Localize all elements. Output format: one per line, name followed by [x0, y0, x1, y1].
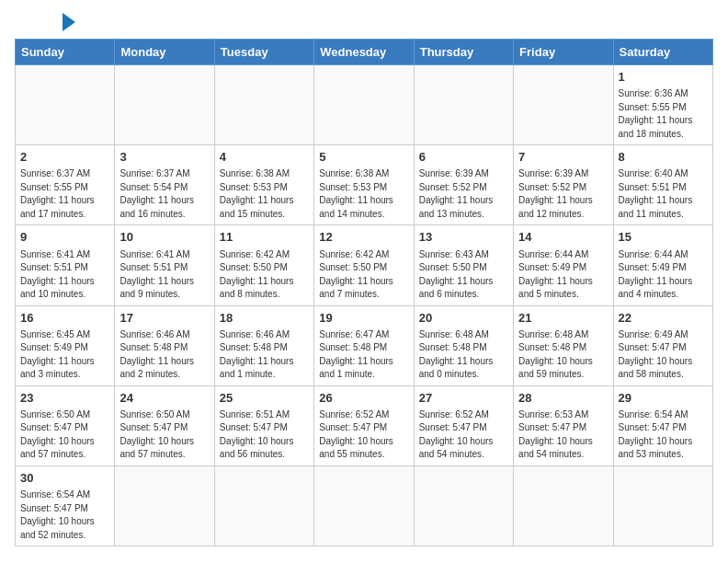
day-info: Sunrise: 6:37 AM Sunset: 5:54 PM Dayligh…	[119, 167, 209, 221]
calendar-cell	[414, 65, 513, 145]
day-number: 27	[419, 390, 508, 407]
calendar-cell: 9Sunrise: 6:41 AM Sunset: 5:51 PM Daylig…	[16, 225, 115, 305]
day-info: Sunrise: 6:52 AM Sunset: 5:47 PM Dayligh…	[419, 408, 508, 462]
column-header-thursday: Thursday	[414, 40, 513, 65]
calendar-cell	[214, 65, 313, 145]
calendar-cell: 8Sunrise: 6:40 AM Sunset: 5:51 PM Daylig…	[613, 145, 712, 225]
day-number: 11	[220, 229, 309, 246]
calendar-cell: 5Sunrise: 6:38 AM Sunset: 5:53 PM Daylig…	[314, 145, 414, 225]
day-number: 23	[20, 390, 109, 407]
calendar-cell: 21Sunrise: 6:48 AM Sunset: 5:48 PM Dayli…	[514, 305, 613, 385]
calendar-cell	[314, 465, 414, 546]
day-number: 1	[619, 69, 708, 86]
calendar-cell	[314, 65, 414, 145]
calendar-cell	[214, 465, 313, 546]
calendar-cell: 24Sunrise: 6:50 AM Sunset: 5:47 PM Dayli…	[115, 385, 214, 465]
day-info: Sunrise: 6:36 AM Sunset: 5:55 PM Dayligh…	[619, 87, 708, 141]
day-number: 10	[119, 229, 209, 246]
day-number: 19	[319, 310, 408, 327]
column-header-saturday: Saturday	[613, 40, 712, 65]
day-info: Sunrise: 6:40 AM Sunset: 5:51 PM Dayligh…	[619, 167, 708, 221]
day-number: 18	[220, 310, 309, 327]
calendar-cell: 12Sunrise: 6:42 AM Sunset: 5:50 PM Dayli…	[314, 225, 414, 305]
calendar-week-2: 9Sunrise: 6:41 AM Sunset: 5:51 PM Daylig…	[16, 225, 713, 305]
day-info: Sunrise: 6:54 AM Sunset: 5:47 PM Dayligh…	[20, 488, 109, 542]
day-info: Sunrise: 6:37 AM Sunset: 5:55 PM Dayligh…	[20, 167, 109, 221]
calendar-cell: 16Sunrise: 6:45 AM Sunset: 5:49 PM Dayli…	[16, 305, 115, 385]
day-info: Sunrise: 6:42 AM Sunset: 5:50 PM Dayligh…	[319, 248, 408, 302]
calendar-cell: 7Sunrise: 6:39 AM Sunset: 5:52 PM Daylig…	[514, 145, 613, 225]
column-header-monday: Monday	[115, 40, 214, 65]
calendar-cell: 19Sunrise: 6:47 AM Sunset: 5:48 PM Dayli…	[314, 305, 414, 385]
calendar-cell	[414, 465, 513, 546]
day-number: 13	[419, 229, 508, 246]
calendar-cell: 22Sunrise: 6:49 AM Sunset: 5:47 PM Dayli…	[613, 305, 712, 385]
calendar-week-3: 16Sunrise: 6:45 AM Sunset: 5:49 PM Dayli…	[16, 305, 713, 385]
calendar-cell: 10Sunrise: 6:41 AM Sunset: 5:51 PM Dayli…	[115, 225, 214, 305]
day-info: Sunrise: 6:39 AM Sunset: 5:52 PM Dayligh…	[518, 167, 608, 221]
day-info: Sunrise: 6:41 AM Sunset: 5:51 PM Dayligh…	[119, 248, 209, 302]
calendar-cell: 28Sunrise: 6:53 AM Sunset: 5:47 PM Dayli…	[514, 385, 613, 465]
day-info: Sunrise: 6:38 AM Sunset: 5:53 PM Dayligh…	[319, 167, 408, 221]
day-info: Sunrise: 6:49 AM Sunset: 5:47 PM Dayligh…	[619, 328, 708, 382]
calendar-cell: 27Sunrise: 6:52 AM Sunset: 5:47 PM Dayli…	[414, 385, 513, 465]
calendar-cell: 15Sunrise: 6:44 AM Sunset: 5:49 PM Dayli…	[613, 225, 712, 305]
day-number: 9	[20, 229, 109, 246]
calendar-week-1: 2Sunrise: 6:37 AM Sunset: 5:55 PM Daylig…	[16, 145, 713, 225]
day-info: Sunrise: 6:38 AM Sunset: 5:53 PM Dayligh…	[220, 167, 309, 221]
logo-area	[15, 15, 75, 31]
day-number: 26	[319, 390, 408, 407]
header	[15, 15, 713, 31]
day-number: 4	[220, 149, 309, 166]
calendar-cell: 30Sunrise: 6:54 AM Sunset: 5:47 PM Dayli…	[16, 465, 115, 546]
calendar-cell: 11Sunrise: 6:42 AM Sunset: 5:50 PM Dayli…	[214, 225, 313, 305]
day-info: Sunrise: 6:43 AM Sunset: 5:50 PM Dayligh…	[419, 248, 508, 302]
day-info: Sunrise: 6:50 AM Sunset: 5:47 PM Dayligh…	[20, 408, 109, 462]
calendar-cell	[514, 465, 613, 546]
calendar-body: 1Sunrise: 6:36 AM Sunset: 5:55 PM Daylig…	[16, 65, 713, 546]
day-number: 21	[518, 310, 608, 327]
calendar-cell: 26Sunrise: 6:52 AM Sunset: 5:47 PM Dayli…	[314, 385, 414, 465]
day-number: 7	[518, 149, 608, 166]
calendar-cell: 18Sunrise: 6:46 AM Sunset: 5:48 PM Dayli…	[214, 305, 313, 385]
day-number: 29	[619, 390, 708, 407]
day-number: 12	[319, 229, 408, 246]
calendar-cell	[514, 65, 613, 145]
day-info: Sunrise: 6:48 AM Sunset: 5:48 PM Dayligh…	[518, 328, 608, 382]
day-info: Sunrise: 6:46 AM Sunset: 5:48 PM Dayligh…	[119, 328, 209, 382]
calendar-cell	[115, 465, 214, 546]
day-info: Sunrise: 6:47 AM Sunset: 5:48 PM Dayligh…	[319, 328, 408, 382]
calendar-header-row: SundayMondayTuesdayWednesdayThursdayFrid…	[16, 40, 713, 65]
calendar-cell: 6Sunrise: 6:39 AM Sunset: 5:52 PM Daylig…	[414, 145, 513, 225]
day-info: Sunrise: 6:42 AM Sunset: 5:50 PM Dayligh…	[220, 248, 309, 302]
calendar-cell	[16, 65, 115, 145]
calendar-cell: 13Sunrise: 6:43 AM Sunset: 5:50 PM Dayli…	[414, 225, 513, 305]
day-number: 5	[319, 149, 408, 166]
calendar-table: SundayMondayTuesdayWednesdayThursdayFrid…	[15, 39, 713, 546]
day-info: Sunrise: 6:52 AM Sunset: 5:47 PM Dayligh…	[319, 408, 408, 462]
day-number: 28	[518, 390, 608, 407]
day-number: 6	[419, 149, 508, 166]
calendar-cell: 14Sunrise: 6:44 AM Sunset: 5:49 PM Dayli…	[514, 225, 613, 305]
calendar-cell	[613, 465, 712, 546]
calendar-cell: 25Sunrise: 6:51 AM Sunset: 5:47 PM Dayli…	[214, 385, 313, 465]
day-number: 14	[518, 229, 608, 246]
column-header-sunday: Sunday	[16, 40, 115, 65]
day-info: Sunrise: 6:48 AM Sunset: 5:48 PM Dayligh…	[419, 328, 508, 382]
calendar-cell: 2Sunrise: 6:37 AM Sunset: 5:55 PM Daylig…	[16, 145, 115, 225]
calendar-cell: 23Sunrise: 6:50 AM Sunset: 5:47 PM Dayli…	[16, 385, 115, 465]
day-info: Sunrise: 6:41 AM Sunset: 5:51 PM Dayligh…	[20, 248, 109, 302]
calendar-cell: 1Sunrise: 6:36 AM Sunset: 5:55 PM Daylig…	[613, 65, 712, 145]
day-number: 22	[619, 310, 708, 327]
day-info: Sunrise: 6:54 AM Sunset: 5:47 PM Dayligh…	[619, 408, 708, 462]
day-info: Sunrise: 6:53 AM Sunset: 5:47 PM Dayligh…	[518, 408, 608, 462]
column-header-friday: Friday	[514, 40, 613, 65]
day-info: Sunrise: 6:44 AM Sunset: 5:49 PM Dayligh…	[619, 248, 708, 302]
day-number: 2	[20, 149, 109, 166]
calendar-week-0: 1Sunrise: 6:36 AM Sunset: 5:55 PM Daylig…	[16, 65, 713, 145]
day-info: Sunrise: 6:39 AM Sunset: 5:52 PM Dayligh…	[419, 167, 508, 221]
day-info: Sunrise: 6:46 AM Sunset: 5:48 PM Dayligh…	[220, 328, 309, 382]
day-number: 25	[220, 390, 309, 407]
day-info: Sunrise: 6:44 AM Sunset: 5:49 PM Dayligh…	[518, 248, 608, 302]
column-header-wednesday: Wednesday	[314, 40, 414, 65]
